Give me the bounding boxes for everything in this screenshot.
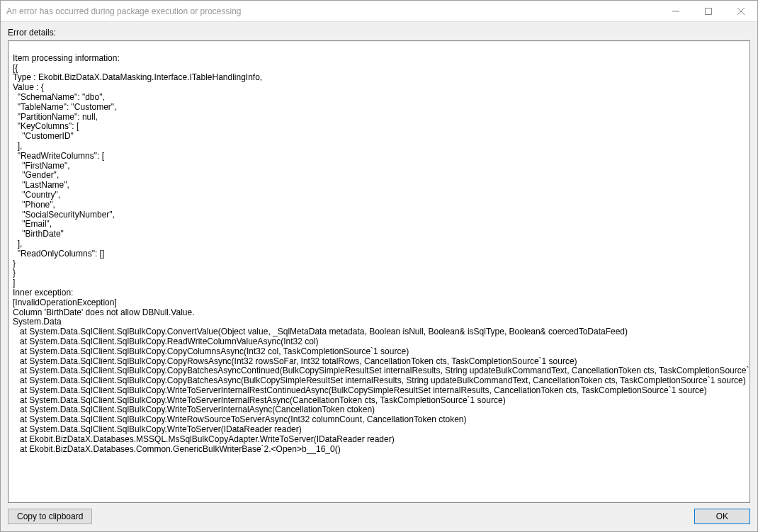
error-dialog-window: An error has occurred during package exe… — [0, 0, 758, 532]
error-details-field[interactable]: Item processing information: [{ Type : E… — [8, 40, 750, 503]
maximize-button[interactable] — [692, 1, 725, 21]
button-row: Copy to clipboard OK — [8, 509, 750, 524]
error-details-text[interactable]: Item processing information: [{ Type : E… — [13, 44, 745, 454]
error-details-label: Error details: — [8, 28, 750, 38]
minimize-button[interactable] — [660, 1, 692, 21]
maximize-icon — [705, 8, 712, 15]
error-details-scroll[interactable]: Item processing information: [{ Type : E… — [9, 41, 749, 502]
ok-button[interactable]: OK — [694, 509, 750, 524]
window-controls — [660, 1, 757, 21]
svg-rect-1 — [706, 8, 712, 14]
dialog-content: Error details: Item processing informati… — [1, 22, 757, 531]
minimize-icon — [672, 8, 679, 15]
window-title: An error has occurred during package exe… — [6, 6, 660, 16]
close-icon — [737, 8, 745, 15]
titlebar: An error has occurred during package exe… — [1, 1, 757, 22]
close-button[interactable] — [725, 1, 757, 21]
copy-to-clipboard-button[interactable]: Copy to clipboard — [8, 509, 92, 524]
